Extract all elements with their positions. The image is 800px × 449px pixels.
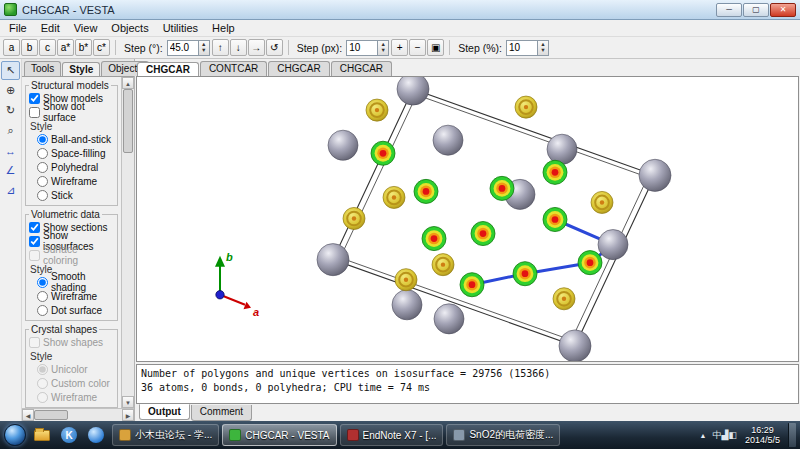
minimize-button[interactable]: ─ (716, 3, 742, 17)
rotate-tool-icon[interactable]: ↻ (1, 101, 20, 120)
atom-green[interactable] (414, 179, 438, 203)
checkbox-input[interactable] (29, 236, 40, 247)
doc-tab-chgcar-0[interactable]: CHGCAR (137, 62, 199, 77)
atom-gray[interactable] (317, 244, 349, 276)
zoom-out-button[interactable]: − (409, 39, 426, 56)
view-axis-a-button[interactable]: a* (57, 39, 74, 56)
radio-input[interactable] (37, 277, 48, 288)
atom-yellow[interactable] (343, 207, 365, 229)
angle-tool-icon[interactable]: ∠ (1, 161, 20, 180)
sidebar-tab-tools[interactable]: Tools (24, 61, 61, 76)
scrollbar-thumb[interactable] (123, 89, 133, 153)
log-tab-output[interactable]: Output (139, 404, 190, 420)
atom-green[interactable] (371, 141, 395, 165)
scroll-left-icon[interactable]: ◀ (22, 409, 34, 421)
checkbox-show-dot-surface[interactable]: Show dot surface (29, 105, 115, 119)
distance-tool-icon[interactable]: ↔ (1, 141, 20, 160)
atom-green[interactable] (490, 176, 514, 200)
doc-tab-contcar-1[interactable]: CONTCAR (200, 61, 267, 76)
doc-tab-chgcar-3[interactable]: CHGCAR (331, 61, 392, 76)
atom-yellow[interactable] (395, 269, 417, 291)
atom-yellow[interactable] (515, 96, 537, 118)
sidebar-tab-style[interactable]: Style (62, 62, 100, 77)
language-indicator-icon[interactable]: 中 (713, 430, 722, 440)
magnify-tool-icon[interactable]: ⌕ (1, 121, 20, 140)
atom-gray[interactable] (598, 230, 628, 260)
atom-green[interactable] (513, 262, 537, 286)
rotate-up-button[interactable]: ↑ (212, 39, 229, 56)
radio-input[interactable] (37, 162, 48, 173)
taskbar-clock[interactable]: 16:29 2014/5/5 (741, 425, 784, 445)
atom-yellow[interactable] (383, 186, 405, 208)
sidebar-vertical-scrollbar[interactable]: ▲ ▼ (121, 77, 134, 408)
dihedral-tool-icon[interactable]: ⊿ (1, 181, 20, 200)
radio-input[interactable] (37, 176, 48, 187)
rotate-down-button[interactable]: ↓ (230, 39, 247, 56)
taskbar-button-sno2[interactable]: SnO2的电荷密度... (446, 424, 560, 446)
menu-edit[interactable]: Edit (34, 21, 67, 35)
radio-input[interactable] (37, 134, 48, 145)
step-px-spin-arrows[interactable]: ▲▼ (378, 40, 389, 56)
atom-yellow[interactable] (366, 99, 388, 121)
select-tool-icon[interactable]: ↖ (1, 61, 20, 80)
taskbar-button-item[interactable]: 小木虫论坛 - 学... (112, 424, 219, 446)
scroll-right-icon[interactable]: ▶ (122, 409, 134, 421)
scroll-down-icon[interactable]: ▼ (122, 396, 134, 408)
atom-green[interactable] (471, 222, 495, 246)
browser-icon[interactable] (84, 424, 108, 446)
translate-tool-icon[interactable]: ⊕ (1, 81, 20, 100)
checkbox-input[interactable] (29, 93, 40, 104)
scrollbar-thumb[interactable] (34, 410, 68, 420)
sidebar-horizontal-scrollbar[interactable]: ◀ ▶ (22, 408, 134, 421)
atom-gray[interactable] (434, 304, 464, 334)
atom-yellow[interactable] (432, 254, 454, 276)
close-button[interactable]: ✕ (770, 3, 796, 17)
step-px-input[interactable] (346, 40, 378, 56)
menu-utilities[interactable]: Utilities (156, 21, 205, 35)
step-deg-input[interactable] (167, 40, 199, 56)
maximize-button[interactable]: ▢ (743, 3, 769, 17)
rotate-right-button[interactable]: → (248, 39, 265, 56)
render-area[interactable]: b a (136, 76, 799, 362)
radio-smooth-shading[interactable]: Smooth shading (37, 275, 115, 289)
step-pct-input[interactable] (506, 40, 538, 56)
start-button[interactable] (4, 424, 26, 446)
atom-gray[interactable] (547, 134, 577, 164)
radio-stick[interactable]: Stick (37, 188, 115, 202)
radio-input[interactable] (37, 291, 48, 302)
atom-green[interactable] (543, 160, 567, 184)
menu-file[interactable]: File (2, 21, 34, 35)
radio-polyhedral[interactable]: Polyhedral (37, 160, 115, 174)
menu-objects[interactable]: Objects (104, 21, 155, 35)
atom-gray[interactable] (392, 290, 422, 320)
atom-gray[interactable] (639, 159, 671, 191)
atom-green[interactable] (543, 207, 567, 231)
view-axis-b-button[interactable]: b (21, 39, 38, 56)
atom-green[interactable] (578, 251, 602, 275)
radio-input[interactable] (37, 148, 48, 159)
atom-gray[interactable] (328, 130, 358, 160)
fit-view-button[interactable]: ▣ (427, 39, 444, 56)
zoom-in-button[interactable]: + (391, 39, 408, 56)
atom-green[interactable] (460, 273, 484, 297)
menu-view[interactable]: View (67, 21, 105, 35)
kugou-icon[interactable]: K (57, 424, 81, 446)
radio-space-filling[interactable]: Space-filling (37, 146, 115, 160)
view-axis-c-button[interactable]: c* (93, 39, 110, 56)
step-pct-spin-arrows[interactable]: ▲▼ (538, 40, 549, 56)
atom-green[interactable] (422, 227, 446, 251)
checkbox-input[interactable] (29, 107, 40, 118)
menu-help[interactable]: Help (205, 21, 242, 35)
atom-gray[interactable] (559, 330, 591, 361)
view-axis-b-button[interactable]: b* (75, 39, 92, 56)
tray-expand-icon[interactable]: ▲ (698, 432, 709, 439)
scroll-up-icon[interactable]: ▲ (122, 77, 134, 89)
explorer-icon[interactable] (30, 424, 54, 446)
show-desktop-button[interactable] (788, 423, 796, 447)
taskbar-button-chgcar-vesta[interactable]: CHGCAR - VESTA (222, 424, 336, 446)
radio-wireframe[interactable]: Wireframe (37, 174, 115, 188)
checkbox-input[interactable] (29, 222, 40, 233)
view-axis-a-button[interactable]: a (3, 39, 20, 56)
radio-ball-and-stick[interactable]: Ball-and-stick (37, 132, 115, 146)
volume-icon[interactable]: ◧ (728, 430, 737, 440)
